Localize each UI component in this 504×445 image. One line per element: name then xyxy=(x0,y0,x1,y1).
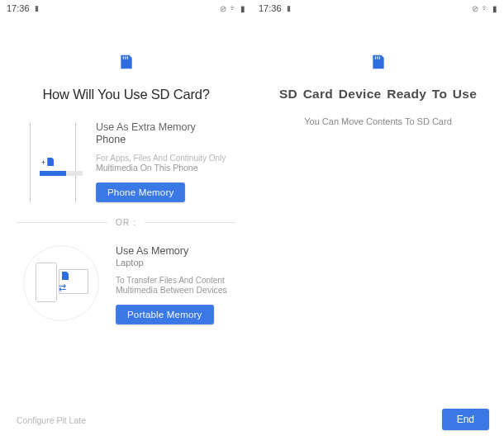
option1-desc2: Multimedia On This Phone xyxy=(96,163,235,173)
option1-desc1: For Apps, Files And Continuity Only xyxy=(96,154,235,163)
sd-card-icon xyxy=(370,54,387,70)
setup-panel-right: 17:36 ▮ ⊘ ᯤ ▮ SD Card Device Ready To Us… xyxy=(252,0,504,445)
sd-status-icon: ▮ xyxy=(287,4,291,12)
configure-later-link[interactable]: Configure Pit Late xyxy=(17,415,86,425)
or-divider: OR : xyxy=(17,217,235,227)
phone-illustration: + xyxy=(15,121,83,206)
data-off-icon: ⊘ xyxy=(472,4,478,13)
portable-memory-button[interactable]: Portable Memory xyxy=(116,305,214,324)
sd-card-icon xyxy=(118,54,135,70)
divider-label: OR : xyxy=(107,217,145,227)
sd-mini-icon xyxy=(47,158,54,166)
status-bar: 17:36 ▮ ⊘ ᯤ ▮ xyxy=(0,0,252,17)
phone-memory-button[interactable]: Phone Memory xyxy=(96,182,185,202)
status-time: 17:36 xyxy=(7,3,30,13)
option1-heading: Use As Extra Memory xyxy=(96,121,235,133)
option2-heading: Use As Memory xyxy=(116,245,235,257)
wifi-icon: ᯤ xyxy=(230,4,237,12)
plus-icon: + xyxy=(41,159,45,167)
option2-desc2: Multimedia Between Devices xyxy=(116,285,235,295)
ready-title: SD Card Device Ready To Use xyxy=(252,87,504,102)
portable-illustration: ⇄ xyxy=(23,245,99,321)
end-button[interactable]: End xyxy=(442,409,489,430)
wifi-icon: ᯤ xyxy=(482,4,489,12)
page-title: How Will You Use SD Card? xyxy=(0,87,252,102)
option2-sub: Laptop xyxy=(116,258,235,267)
option1-sub: Phone xyxy=(96,134,235,145)
status-time: 17:36 xyxy=(259,3,282,13)
status-bar: 17:36 ▮ ⊘ ᯤ ▮ xyxy=(252,0,504,17)
transfer-arrows-icon: ⇄ xyxy=(59,282,66,293)
sd-mini-icon xyxy=(62,272,69,280)
option-phone-memory: + Use As Extra Memory Phone For Apps, Fi… xyxy=(0,115,252,206)
ready-subtitle: You Can Move Contents To SD Card xyxy=(252,116,504,126)
data-off-icon: ⊘ xyxy=(220,4,226,13)
option-portable-memory: ⇄ Use As Memory Laptop To Transfer Files… xyxy=(0,239,252,324)
setup-panel-left: 17:36 ▮ ⊘ ᯤ ▮ How Will You Use SD Card? … xyxy=(0,0,252,445)
option2-desc1: To Transfer Files And Content xyxy=(116,276,235,285)
battery-icon: ▮ xyxy=(492,4,497,13)
battery-icon: ▮ xyxy=(240,4,245,13)
sd-status-icon: ▮ xyxy=(35,4,39,12)
